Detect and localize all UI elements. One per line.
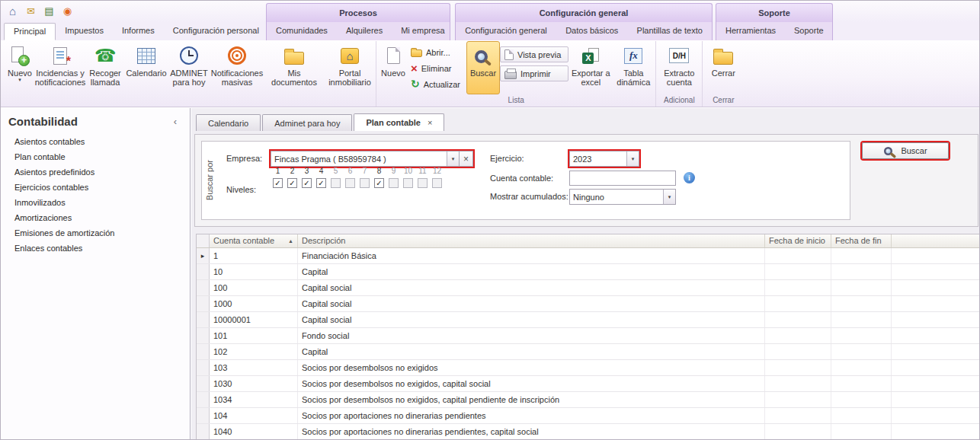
sidebar-item[interactable]: Plan contable [1, 149, 190, 164]
nivel-checkbox[interactable] [432, 178, 442, 188]
debit-credit-icon: D/H [669, 48, 689, 63]
nivel-checkbox[interactable]: ✓ [374, 178, 384, 188]
sidebar-item[interactable]: Ejercicios contables [1, 180, 190, 195]
cuenta-contable-input[interactable] [569, 171, 676, 186]
doc-tab-plan-contable[interactable]: Plan contable × [354, 113, 444, 131]
document-tabstrip: Calendario Adminet para hoy Plan contabl… [196, 113, 446, 131]
cell-fecha-inicio [765, 408, 831, 423]
table-row[interactable]: 1000Capital social [197, 296, 979, 312]
buscar-ribbon-button[interactable]: Buscar [466, 41, 500, 94]
vista-previa-button[interactable]: Vista previa [500, 46, 568, 62]
ejercicio-combobox[interactable]: 2023 ▾ [569, 151, 639, 167]
column-header-descripcion[interactable]: Descripción [298, 234, 765, 247]
nivel-checkbox[interactable]: ✓ [316, 178, 326, 188]
cell-descripcion: Socios por desembolsos no exigidos, capi… [298, 376, 765, 391]
chevron-down-icon[interactable]: ▾ [626, 151, 639, 166]
row-selector [197, 328, 210, 343]
abrir-button[interactable]: Abrir... [408, 44, 466, 60]
sidebar-title: Contabilidad [8, 115, 78, 128]
close-tab-icon[interactable]: × [428, 118, 432, 127]
nivel-checkbox[interactable]: ✓ [273, 178, 283, 188]
chevron-down-icon[interactable]: ▾ [663, 190, 675, 204]
mail-icon[interactable]: ✉ [23, 3, 39, 19]
actualizar-button[interactable]: ↻ Actualizar [408, 76, 466, 92]
tab-datos-basicos[interactable]: Datos básicos [556, 22, 627, 40]
incidencias-button[interactable]: Incidencias y notificaciones [36, 41, 85, 94]
table-row[interactable]: 102Capital [197, 344, 979, 360]
sidebar-item[interactable]: Asientos predefinidos [1, 164, 190, 180]
table-row[interactable]: 10Capital [197, 264, 979, 280]
recoger-llamada-button[interactable]: ☎ Recoger llamada [85, 41, 126, 94]
nivel-checkbox[interactable] [360, 178, 370, 188]
sidebar-item[interactable]: Inmovilizados [1, 195, 190, 210]
sidebar-item[interactable]: Asientos contables [1, 134, 190, 149]
tab-plantillas-de-texto[interactable]: Plantillas de texto [628, 22, 712, 40]
imprimir-button[interactable]: Imprimir [500, 65, 568, 81]
nivel-checkbox[interactable] [403, 178, 413, 188]
table-row[interactable]: 1034Socios por desembolsos no exigidos, … [197, 392, 979, 408]
notificaciones-masivas-button[interactable]: Notificaciones masivas [211, 41, 263, 94]
tabgroup-procesos: Comunidades Alquileres Mi empresa [266, 22, 450, 40]
cerrar-button[interactable]: Cerrar [704, 41, 742, 94]
tabla-dinamica-button[interactable]: fx Tabla dinámica [613, 41, 654, 94]
clear-empresa-button[interactable]: × [460, 151, 473, 167]
nivel-checkbox[interactable]: ✓ [302, 178, 312, 188]
table-row[interactable]: 100Capital social [197, 280, 979, 296]
tab-soporte[interactable]: Soporte [785, 22, 833, 40]
home-icon[interactable]: ⌂ [5, 3, 21, 19]
nivel-checkbox[interactable]: ✓ [287, 178, 297, 188]
nivel-checkbox[interactable] [389, 178, 399, 188]
adminet-spiral-icon[interactable]: ◉ [59, 3, 75, 19]
nivel-checkbox[interactable] [331, 178, 341, 188]
buscar-button[interactable]: Buscar [862, 142, 949, 159]
tab-alquileres[interactable]: Alquileres [337, 22, 392, 40]
table-row[interactable]: 101Fondo social [197, 328, 979, 344]
exportar-excel-button[interactable]: X Exportar a excel [568, 41, 613, 94]
sidebar-item[interactable]: Amortizaciones [1, 210, 190, 225]
mis-documentos-button[interactable]: Mis documentos [263, 41, 325, 94]
nuevo-menu-button[interactable]: + Nuevo ▾ [4, 41, 36, 94]
column-header-fecha-fin[interactable]: Fecha de fin [831, 234, 892, 247]
table-row[interactable]: 104Socios por aportaciones no dinerarias… [197, 408, 979, 424]
nivel-checkbox[interactable] [418, 178, 428, 188]
sidebar-item[interactable]: Enlaces contables [1, 241, 190, 256]
table-row[interactable]: 103Socios por desembolsos no exigidos [197, 360, 979, 376]
tab-comunidades[interactable]: Comunidades [267, 22, 337, 40]
table-row[interactable]: 1030Socios por desembolsos no exigidos, … [197, 376, 979, 392]
sidebar-item[interactable]: Emisiones de amortización [1, 225, 190, 241]
table-row[interactable]: 1040Socios por aportaciones no dineraria… [197, 424, 979, 439]
empresa-combobox[interactable]: Fincas Pragma ( B58959784 ) ▾ [271, 151, 460, 167]
tab-principal[interactable]: Principal [4, 23, 56, 40]
row-selector [197, 280, 210, 295]
tab-impuestos[interactable]: Impuestos [56, 22, 113, 40]
table-row[interactable]: ▸1Financiación Básica [197, 248, 979, 264]
mostrar-acumulados-label: Mostrar acumulados: [490, 191, 568, 202]
calendario-button[interactable]: Calendario [126, 41, 167, 94]
portal-inmobiliario-button[interactable]: ⌂ Portal inmobiliario [325, 41, 374, 94]
doc-tab-calendario[interactable]: Calendario [196, 114, 261, 131]
tasks-icon[interactable]: ▤ [41, 3, 57, 19]
column-header-fecha-inicio[interactable]: Fecha de inicio [765, 234, 831, 247]
cell-descripcion: Capital social [298, 296, 765, 311]
tab-herramientas[interactable]: Herramientas [716, 22, 785, 40]
doc-tab-adminet-para-hoy[interactable]: Adminet para hoy [262, 114, 352, 131]
chevron-down-icon[interactable]: ▾ [447, 151, 459, 166]
tab-informes[interactable]: Informes [113, 22, 164, 40]
nivel-number: 12 [433, 167, 441, 175]
cell-descripcion: Socios por desembolsos no exigidos [298, 360, 765, 375]
table-row[interactable]: 10000001Capital social [197, 312, 979, 328]
extracto-cuenta-button[interactable]: D/H Extracto cuenta [658, 41, 700, 94]
tab-configuracion-general[interactable]: Configuración general [456, 22, 556, 40]
nuevo-button[interactable]: Nuevo [378, 41, 408, 94]
column-header-cuenta-contable[interactable]: Cuenta contable ▲ [210, 234, 298, 247]
blank-page-icon [387, 47, 400, 64]
collapse-sidebar-icon[interactable]: ‹ [170, 116, 181, 127]
mostrar-acumulados-combobox[interactable]: Ninguno ▾ [569, 189, 676, 205]
tab-mi-empresa[interactable]: Mi empresa [392, 22, 453, 40]
info-icon[interactable] [684, 172, 695, 183]
eliminar-button[interactable]: × Eliminar [408, 60, 466, 76]
row-selector [197, 312, 210, 327]
tab-configuracion-personal[interactable]: Configuración personal [164, 22, 268, 40]
adminet-para-hoy-button[interactable]: ADMINET para hoy [167, 41, 211, 94]
nivel-checkbox[interactable] [345, 178, 355, 188]
